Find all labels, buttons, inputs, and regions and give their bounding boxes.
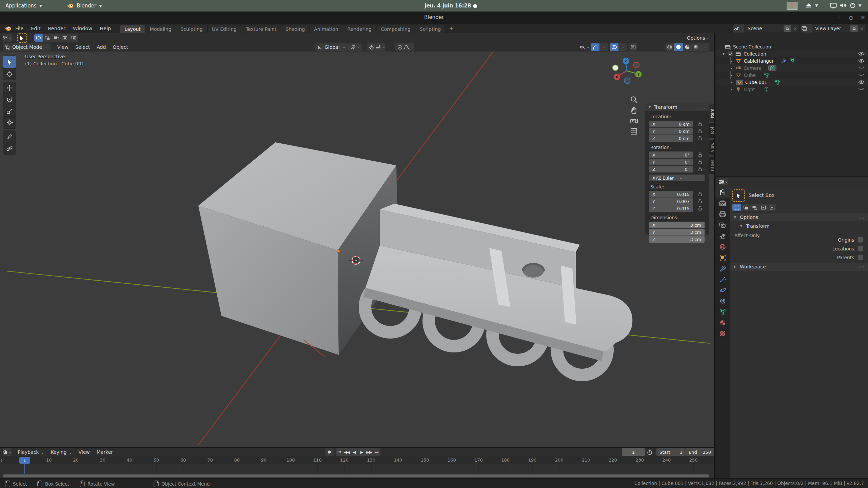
proportional-editing-icon[interactable] [395,43,404,51]
rotation-x-field[interactable]: X0° [649,151,693,158]
select-mode-intersect-icon[interactable] [70,34,78,42]
transform-panel-header[interactable]: ▼Transform :::: [645,103,709,111]
locations-checkbox[interactable] [857,246,863,251]
npanel-tab-tool[interactable]: Tool [709,123,714,138]
location-y-field[interactable]: Y0 cm [649,128,693,135]
tab-output[interactable] [715,209,730,220]
tool-transform-button[interactable] [3,116,16,129]
current-frame-field[interactable]: 1 [622,448,645,456]
system-clock[interactable]: jeu. 4 juin 16:28 ● [400,0,502,12]
lock-icon[interactable] [698,191,703,197]
prev-keyframe-button[interactable]: ◀◀ [343,448,351,456]
select-mode-extend-icon[interactable] [43,34,52,42]
scale-x-field[interactable]: X0.015 [649,191,693,198]
mode-selector[interactable]: Object Mode ⌄ [3,43,51,51]
playhead-line[interactable] [24,464,25,474]
tab-view-layer[interactable] [715,220,730,230]
tool-select-box-button[interactable] [3,56,16,68]
expand-icon[interactable]: ▸ [730,59,734,63]
play-button[interactable]: ▶ [358,448,366,456]
playhead-badge[interactable]: 1 [19,457,30,464]
expand-icon[interactable]: ▼ [722,52,726,56]
menu-select[interactable]: Select [72,43,93,51]
scale-y-field[interactable]: Y0.007 [649,198,693,205]
minimize-button[interactable]: – [835,14,844,22]
tool-scale-button[interactable] [3,105,16,117]
select-mode-invert-icon[interactable] [61,34,70,42]
dimensions-y-field[interactable]: Y3 cm [649,229,705,236]
expand-icon[interactable]: ▸ [730,66,734,70]
tab-compositing[interactable]: Compositing [376,25,415,33]
eye-open-icon[interactable] [858,59,865,63]
tool-rotate-button[interactable] [3,93,16,106]
lock-icon[interactable] [698,136,703,141]
tab-world[interactable] [715,241,730,252]
maximize-button[interactable]: ▢ [847,14,855,22]
outliner-row-scene-collection[interactable]: Scene Collection [715,43,868,50]
tool-cursor-button[interactable] [3,68,16,80]
tab-rendering[interactable]: Rendering [343,25,377,33]
camera-data-icon[interactable] [768,65,776,71]
shading-wireframe-icon[interactable] [665,43,674,51]
lock-icon[interactable] [698,199,703,204]
menu-file[interactable]: File [12,24,27,33]
shading-dropdown[interactable]: ⌄ [701,43,709,51]
tool-annotate-button[interactable] [3,130,16,143]
properties-editor-icon[interactable]: ⌄ [719,178,728,185]
menu-view[interactable]: View [54,43,72,51]
expand-icon[interactable]: ▸ [730,81,734,84]
tab-modifiers[interactable] [715,263,730,274]
viewport-canvas[interactable]: User Perspective (1) Collection | Cube.0… [0,52,714,447]
lock-icon[interactable] [698,206,703,211]
power-caret-icon[interactable]: ▼ [859,3,861,8]
eject-icon[interactable] [806,3,812,8]
menu-render[interactable]: Render [44,24,69,33]
rotation-mode-dropdown[interactable]: XYZ Euler⌄ [649,175,705,181]
tab-layout[interactable]: Layout [120,25,145,33]
outliner-row-camera[interactable]: ▸ Camera [715,64,868,72]
record-button[interactable] [325,448,334,456]
npanel-tab-item[interactable]: Item [709,104,714,122]
jump-to-end-button[interactable]: ⏭ [373,448,380,456]
shading-solid-icon[interactable] [674,43,683,51]
jump-to-start-button[interactable]: ⏮ [336,448,343,456]
tab-scripting[interactable]: Scripting [415,25,446,33]
location-x-field[interactable]: X0 cm [649,121,693,127]
overlays-dropdown[interactable]: ⌄ [618,43,627,51]
lock-icon[interactable] [698,121,703,126]
menu-view-tl[interactable]: View [75,448,93,456]
remove-view-layer-icon[interactable]: ✕ [859,26,865,31]
panel-grip[interactable]: :::: [859,216,865,219]
display-icon[interactable] [830,3,837,8]
select-mode-new-icon[interactable] [34,34,43,42]
tab-particles[interactable] [715,274,730,285]
object-visibility-dropdown[interactable]: ⌄ [579,43,589,51]
show-gizmo-icon[interactable] [591,43,599,51]
menu-marker[interactable]: Marker [93,448,116,456]
blender-app-menu[interactable]: Blender ▼ [62,0,106,12]
tab-object-data[interactable] [715,306,730,317]
blender-logo-icon[interactable] [4,25,12,32]
menu-playback[interactable]: Playback ⌄ [14,448,47,456]
npanel-tab-view[interactable]: View [709,140,714,155]
zoom-view-icon[interactable] [630,96,638,104]
tab-constraints[interactable] [715,296,730,306]
tab-animation[interactable]: Animation [310,25,343,33]
select-mode-invert-icon[interactable] [759,204,768,211]
view-layer-selector[interactable]: ⌄ View Layer ⧉ ✕ [801,24,865,33]
options-panel-header[interactable]: ▼Options :::: [730,213,868,221]
dimensions-x-field[interactable]: X3 cm [649,222,705,228]
select-mode-intersect-icon[interactable] [768,204,776,211]
tab-shading[interactable]: Shading [281,25,310,33]
close-button[interactable]: ✕ [859,14,867,22]
pivot-point-dropdown[interactable]: ⌄ [348,43,362,51]
new-view-layer-icon[interactable]: ⧉ [850,25,858,32]
tab-texture-paint[interactable]: Texture Paint [241,25,281,33]
timeline-editor-icon[interactable]: ⌄ [3,448,12,456]
menu-edit[interactable]: Edit [27,24,44,33]
parents-checkbox[interactable] [857,255,863,260]
next-keyframe-button[interactable]: ▶▶ [366,448,373,456]
menu-add[interactable]: Add [93,43,109,51]
panel-grip[interactable]: :::: [701,105,707,109]
timeline-expand-icon[interactable]: ❯ [0,459,3,462]
